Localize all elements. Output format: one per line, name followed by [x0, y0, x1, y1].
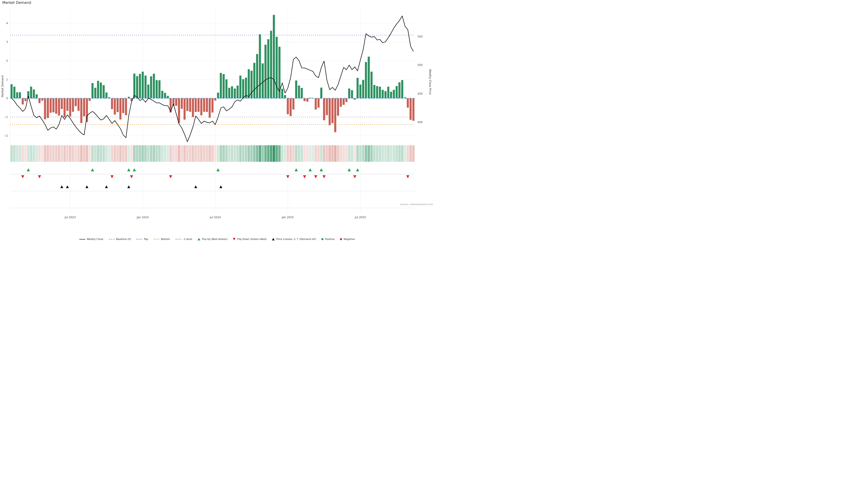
heatmap-cell	[142, 145, 144, 162]
heatmap-cell	[197, 145, 200, 162]
flip-up-marker	[320, 168, 323, 171]
heatmap-cell	[192, 145, 194, 162]
flip-up-marker	[348, 168, 351, 171]
heatmap-cell	[234, 145, 236, 162]
legend-item-bottom: Bottom	[153, 238, 170, 240]
heatmap-cell	[33, 145, 35, 162]
flip-down-marker	[406, 175, 409, 178]
demand-bar	[273, 15, 275, 98]
demand-bar	[178, 98, 180, 123]
heatmap-cell	[289, 145, 292, 162]
demand-bar	[117, 98, 119, 112]
demand-bar	[41, 98, 43, 101]
flip-down-marker	[286, 175, 289, 178]
left-axis-tick: 4	[6, 22, 8, 25]
flip-down-marker	[111, 175, 114, 178]
demand-bar	[181, 98, 183, 109]
left-axis-tick: −1	[4, 116, 8, 119]
heatmap-cell	[295, 145, 298, 162]
weekly-close-swatch-icon	[79, 239, 85, 239]
demand-bar	[133, 73, 135, 98]
heatmap-cell	[329, 145, 331, 162]
legend-label-bottom: Bottom	[161, 238, 170, 240]
heatmap-cell	[217, 145, 219, 162]
price-cross-marker	[66, 186, 69, 188]
heatmap-cell	[19, 145, 21, 162]
demand-bar	[164, 93, 166, 98]
heatmap-cell	[387, 145, 390, 162]
heatmap-cell	[164, 145, 166, 162]
x-axis-tick: Jan 2025	[282, 216, 294, 219]
demand-bar	[211, 98, 213, 112]
heatmap-cell	[362, 145, 364, 162]
demand-bar	[53, 98, 55, 112]
demand-bar	[114, 98, 116, 115]
right-axis-tick: 550	[417, 35, 423, 38]
heatmap-cell	[337, 145, 339, 162]
heatmap-cell	[63, 145, 66, 162]
heatmap-cell	[38, 145, 41, 162]
heatmap-cell	[258, 145, 261, 162]
demand-bar	[320, 88, 322, 98]
axis-tick-labels: −2−101234400450500550Jul 2023Jan 2024Jul…	[4, 22, 423, 219]
demand-bar	[259, 34, 261, 98]
legend-label-flip-down: Flip Down (Green→Red)	[237, 238, 267, 240]
heatmap-cell	[80, 145, 83, 162]
demand-bar	[237, 86, 239, 98]
price-cross-marker	[194, 186, 197, 188]
demand-bar	[334, 98, 336, 132]
demand-bar	[24, 98, 26, 101]
demand-bar	[376, 86, 378, 98]
demand-bar	[217, 93, 219, 98]
heatmap-cell	[195, 145, 197, 162]
demand-bar	[396, 86, 398, 98]
heatmap-cell	[100, 145, 102, 162]
heatmap-cell	[22, 145, 24, 162]
demand-bar	[66, 98, 68, 111]
flip-up-marker	[309, 168, 312, 171]
demand-bar	[122, 98, 124, 113]
demand-bar	[105, 92, 107, 98]
heatmap-cell	[166, 145, 169, 162]
heatmap-cell	[24, 145, 27, 162]
demand-bar	[343, 98, 345, 105]
demand-bar	[92, 83, 94, 98]
heatmap-cell	[390, 145, 393, 162]
demand-bar	[401, 80, 403, 98]
heatmap-cell	[278, 145, 281, 162]
x-axis-tick: Jul 2023	[64, 216, 76, 219]
right-axis-tick: 500	[417, 64, 423, 67]
demand-bar	[298, 86, 300, 98]
heatmap-cell	[239, 145, 242, 162]
heatmap-cell	[373, 145, 376, 162]
demand-bar	[11, 84, 13, 98]
bottom-swatch-icon	[153, 239, 159, 239]
heatmap-cell	[127, 145, 130, 162]
minus-1-level-swatch-icon	[176, 239, 181, 239]
demand-bar	[195, 98, 197, 112]
demand-bar	[97, 81, 99, 98]
demand-bar	[281, 89, 283, 98]
weekly-close-line	[11, 16, 413, 142]
heatmap-cell	[253, 145, 256, 162]
main-gridlines	[10, 9, 415, 142]
heatmap-cell	[276, 145, 278, 162]
heatmap-cell	[136, 145, 138, 162]
demand-bar	[231, 86, 233, 98]
flip-down-marker	[130, 175, 133, 178]
demand-bar	[340, 98, 342, 107]
heatmap-cell	[27, 145, 30, 162]
heatmap-cell	[46, 145, 49, 162]
heatmap-cell	[10, 145, 13, 162]
price-cross-markers	[60, 186, 222, 188]
heatmap-cell	[222, 145, 225, 162]
demand-bar	[203, 98, 205, 112]
heatmap-cell	[281, 145, 283, 162]
heatmap-cell	[409, 145, 412, 162]
heatmap-cell	[248, 145, 250, 162]
heatmap-cell	[228, 145, 230, 162]
heatmap-cell	[139, 145, 141, 162]
legend-label-baseline: Baseline (0)	[116, 238, 131, 240]
heatmap-cell	[404, 145, 406, 162]
demand-bar	[360, 85, 362, 98]
